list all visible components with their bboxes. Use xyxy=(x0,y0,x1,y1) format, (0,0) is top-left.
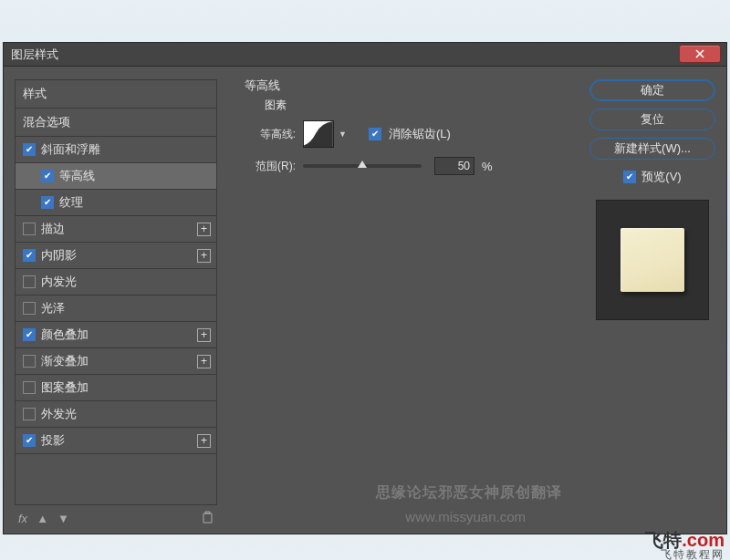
styles-list: 样式 混合选项 斜面和浮雕等高线纹理描边+内阴影+内发光光泽颜色叠加+渐变叠加+… xyxy=(15,79,217,505)
contour-label: 等高线: xyxy=(245,127,296,142)
style-checkbox[interactable] xyxy=(41,196,54,209)
styles-header[interactable]: 样式 xyxy=(16,80,216,109)
style-checkbox[interactable] xyxy=(23,223,36,235)
footer-main-b: .com xyxy=(682,530,725,550)
add-effect-button[interactable]: + xyxy=(197,355,211,368)
range-label: 范围(R): xyxy=(245,159,296,174)
style-label: 等高线 xyxy=(59,168,95,184)
style-checkbox[interactable] xyxy=(23,328,36,341)
style-item[interactable]: 颜色叠加+ xyxy=(16,322,216,348)
styles-panel: 样式 混合选项 斜面和浮雕等高线纹理描边+内阴影+内发光光泽颜色叠加+渐变叠加+… xyxy=(4,67,228,534)
add-effect-button[interactable]: + xyxy=(197,223,211,236)
styles-bottom-bar: fx ▲ ▼ xyxy=(15,505,217,526)
slider-thumb[interactable] xyxy=(358,161,367,168)
add-effect-button[interactable]: + xyxy=(197,328,211,342)
ok-button[interactable]: 确定 xyxy=(589,79,715,101)
style-checkbox[interactable] xyxy=(23,355,36,368)
group-title: 等高线 xyxy=(245,78,562,94)
style-checkbox[interactable] xyxy=(23,381,36,394)
style-checkbox[interactable] xyxy=(23,143,36,156)
preview-label: 预览(V) xyxy=(641,169,681,185)
preview-swatch xyxy=(620,228,684,292)
style-item[interactable]: 描边+ xyxy=(16,216,216,243)
style-label: 图案叠加 xyxy=(41,379,89,396)
preview-row: 预览(V) xyxy=(623,169,681,185)
style-label: 内阴影 xyxy=(41,247,77,264)
arrow-up-icon[interactable]: ▲ xyxy=(36,512,48,525)
trash-icon[interactable] xyxy=(202,511,214,526)
preview-checkbox[interactable] xyxy=(623,171,636,183)
range-unit: % xyxy=(482,160,493,173)
style-item[interactable]: 投影+ xyxy=(16,428,216,454)
footer-main-a: 飞特 xyxy=(645,530,682,550)
style-label: 光泽 xyxy=(41,300,65,316)
style-item[interactable]: 等高线 xyxy=(16,163,216,190)
reset-button[interactable]: 复位 xyxy=(589,109,715,130)
style-label: 内发光 xyxy=(41,274,77,290)
contour-group: 等高线 图素 等高线: ▼ 消除锯齿(L) 范围( xyxy=(245,78,562,175)
close-button[interactable] xyxy=(679,45,721,63)
action-panel: 确定 复位 新建样式(W)... 预览(V) xyxy=(579,67,726,534)
style-checkbox[interactable] xyxy=(23,249,36,262)
add-effect-button[interactable]: + xyxy=(197,434,211,448)
layer-style-dialog: 图层样式 样式 混合选项 斜面和浮雕等高线纹理描边+内阴影+内发光光泽颜色叠加+… xyxy=(3,42,727,534)
footer-watermark: 飞特.com 飞特教程网 xyxy=(645,531,725,560)
settings-panel: 等高线 图素 等高线: ▼ 消除锯齿(L) 范围( xyxy=(228,67,579,534)
style-checkbox[interactable] xyxy=(23,434,36,447)
style-item[interactable]: 内发光 xyxy=(16,269,216,296)
style-item[interactable]: 图案叠加 xyxy=(16,375,216,401)
range-row: 范围(R): % xyxy=(245,157,562,175)
style-label: 颜色叠加 xyxy=(41,327,89,343)
watermark-text-2: www.missyuan.com xyxy=(405,509,526,524)
add-effect-button[interactable]: + xyxy=(197,249,211,263)
style-checkbox[interactable] xyxy=(41,170,54,182)
style-checkbox[interactable] xyxy=(23,275,36,288)
style-item[interactable]: 光泽 xyxy=(16,296,216,322)
style-checkbox[interactable] xyxy=(23,302,36,315)
new-style-button[interactable]: 新建样式(W)... xyxy=(589,138,715,160)
chevron-down-icon[interactable]: ▼ xyxy=(339,130,347,139)
style-checkbox[interactable] xyxy=(23,408,36,420)
style-item[interactable]: 纹理 xyxy=(16,190,216,216)
style-item[interactable]: 内阴影+ xyxy=(16,243,216,269)
titlebar[interactable]: 图层样式 xyxy=(4,43,726,67)
fx-icon[interactable]: fx xyxy=(18,512,27,525)
style-label: 斜面和浮雕 xyxy=(41,141,100,158)
style-item[interactable]: 斜面和浮雕 xyxy=(16,137,216,163)
style-item[interactable]: 外发光 xyxy=(16,401,216,428)
style-label: 外发光 xyxy=(41,406,77,422)
preview-box xyxy=(596,200,709,320)
range-input[interactable] xyxy=(434,157,474,175)
arrow-down-icon[interactable]: ▼ xyxy=(57,512,69,525)
contour-picker[interactable] xyxy=(303,120,334,148)
antialias-checkbox[interactable] xyxy=(369,128,381,140)
dialog-content: 样式 混合选项 斜面和浮雕等高线纹理描边+内阴影+内发光光泽颜色叠加+渐变叠加+… xyxy=(4,67,726,534)
style-label: 渐变叠加 xyxy=(41,353,89,369)
range-slider[interactable] xyxy=(303,164,422,168)
group-sub: 图素 xyxy=(265,98,562,113)
close-icon xyxy=(695,49,704,58)
style-label: 投影 xyxy=(41,432,65,449)
footer-sub: 飞特教程网 xyxy=(645,549,725,560)
antialias-label: 消除锯齿(L) xyxy=(389,126,451,142)
style-label: 纹理 xyxy=(59,194,83,211)
contour-row: 等高线: ▼ 消除锯齿(L) xyxy=(245,120,562,148)
dialog-title: 图层样式 xyxy=(11,47,58,63)
contour-curve-icon xyxy=(304,121,333,147)
watermark-text-1: 思缘论坛邪恶女神原创翻译 xyxy=(376,483,562,503)
style-label: 描边 xyxy=(41,221,65,237)
style-item[interactable]: 渐变叠加+ xyxy=(16,348,216,375)
blend-options[interactable]: 混合选项 xyxy=(16,109,216,137)
